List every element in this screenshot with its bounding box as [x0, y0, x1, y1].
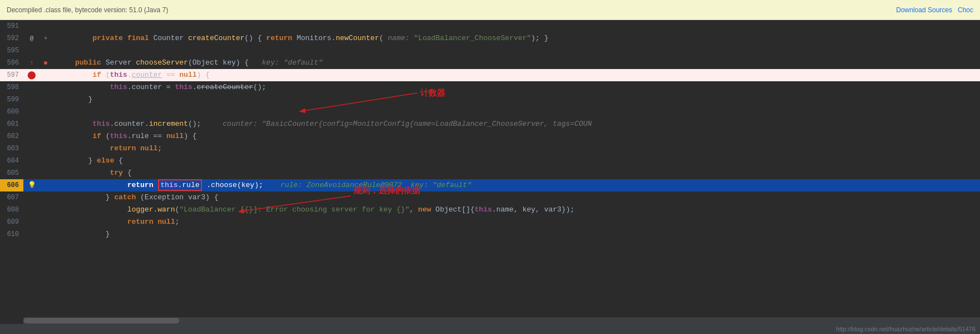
gutter2-cell: [40, 69, 51, 81]
line-number: 595: [0, 45, 23, 57]
code-line: } else {: [51, 155, 980, 167]
gutter2-cell: [40, 155, 51, 167]
gutter-icon-cell: [23, 155, 40, 167]
code-line: if (this.rule == null) {: [51, 130, 980, 143]
table-row: 605 try {: [0, 167, 980, 179]
bottom-url: http://blog.csdn.net/huazhuzhe/article/d…: [836, 326, 976, 332]
gutter-icon-cell: [23, 228, 40, 240]
choc-link[interactable]: Choc: [958, 6, 973, 14]
gutter2-cell: [40, 228, 51, 240]
gutter-icon-cell: [23, 94, 40, 106]
gutter-icon-cell: [23, 167, 40, 179]
table-row: 600: [0, 106, 980, 118]
gutter-icon-cell: [23, 45, 40, 57]
table-row: 606 💡 return this.rule .choose(key); rul…: [0, 179, 980, 191]
code-line: this.counter.increment(); counter: "Basi…: [51, 118, 980, 130]
gutter-icon-cell: [23, 191, 40, 204]
table-row: 597 ⬤ if (this.counter == null) {: [0, 69, 980, 81]
code-line: if (this.counter == null) {: [51, 69, 980, 81]
gutter-icon-cell: [23, 143, 40, 155]
gutter2-cell: [40, 179, 51, 191]
line-number: 592: [0, 32, 23, 45]
code-line: }: [51, 94, 980, 106]
line-number: 598: [0, 81, 23, 94]
table-row: 595: [0, 45, 980, 57]
table-row: 596 ↑ ● public Server chooseServer(Objec…: [0, 57, 980, 69]
line-number: 597: [0, 69, 23, 81]
line-number: 602: [0, 130, 23, 143]
table-row: 598 this.counter = this.createCounter();: [0, 81, 980, 94]
gutter2-expand[interactable]: +: [40, 32, 51, 45]
top-bar: Decompiled .class file, bytecode version…: [0, 0, 980, 20]
code-line: [51, 106, 980, 118]
line-number: 596: [0, 57, 23, 69]
gutter-icon-cell: [23, 20, 40, 32]
gutter2-cell: [40, 106, 51, 118]
gutter2-cell: [40, 191, 51, 204]
gutter2-cell: [40, 130, 51, 143]
gutter-icon-cell: [23, 118, 40, 130]
code-line: private final Counter createCounter() { …: [51, 32, 980, 45]
gutter-icon-cell: [23, 130, 40, 143]
code-line: [51, 20, 980, 32]
table-row: 608 logger.warn("LoadBalancer [{}]: Erro…: [0, 204, 980, 216]
table-row: 603 return null;: [0, 143, 980, 155]
code-line: public Server chooseServer(Object key) {…: [51, 57, 980, 69]
table-row: 602 if (this.rule == null) {: [0, 130, 980, 143]
line-number: 599: [0, 94, 23, 106]
code-line: [51, 45, 980, 57]
line-number: 609: [0, 216, 23, 228]
gutter2-cell: [40, 204, 51, 216]
gutter2-cell: [40, 45, 51, 57]
code-line: } catch (Exception var3) {: [51, 191, 980, 204]
code-table: 591 592 @ + private final Counter create…: [0, 20, 980, 240]
code-line: return null;: [51, 216, 980, 228]
table-row: 609 return null;: [0, 216, 980, 228]
gutter-icon-cell: [23, 216, 40, 228]
table-row: 591: [0, 20, 980, 32]
code-line: }: [51, 228, 980, 240]
line-number: 610: [0, 228, 23, 240]
gutter2-cell: [40, 167, 51, 179]
gutter2-cell: [40, 143, 51, 155]
gutter-icon-cell: [23, 204, 40, 216]
gutter-icon-cell: [23, 81, 40, 94]
line-number: 591: [0, 20, 23, 32]
gutter-icon-cell[interactable]: ↑: [23, 57, 40, 69]
table-row: 599 }: [0, 94, 980, 106]
code-line: return null;: [51, 143, 980, 155]
bottom-bar: http://blog.csdn.net/huazhuzhe/article/d…: [0, 324, 980, 334]
gutter2-cell: [40, 20, 51, 32]
line-number: 605: [0, 167, 23, 179]
gutter2-cell: [40, 216, 51, 228]
gutter-icon-cell: [23, 106, 40, 118]
gutter2-dot[interactable]: ●: [40, 57, 51, 69]
line-number: 607: [0, 191, 23, 204]
gutter2-cell: [40, 94, 51, 106]
line-number: 600: [0, 106, 23, 118]
line-number: 608: [0, 204, 23, 216]
scrollbar-thumb[interactable]: [23, 318, 179, 323]
line-number: 603: [0, 143, 23, 155]
table-row: 610 }: [0, 228, 980, 240]
table-row: 592 @ + private final Counter createCoun…: [0, 32, 980, 45]
line-number: 606: [0, 179, 23, 191]
code-line: return this.rule .choose(key); rule: Zon…: [51, 179, 980, 191]
download-sources-link[interactable]: Download Sources: [896, 6, 952, 14]
table-row: 607 } catch (Exception var3) {: [0, 191, 980, 204]
gutter2-cell: [40, 81, 51, 94]
table-row: 604 } else {: [0, 155, 980, 167]
code-container: 591 592 @ + private final Counter create…: [0, 20, 980, 334]
table-row: 601 this.counter.increment(); counter: "…: [0, 118, 980, 130]
gutter2-cell: [40, 118, 51, 130]
decompiled-message: Decompiled .class file, bytecode version…: [7, 6, 168, 14]
gutter-icon-cell[interactable]: @: [23, 32, 40, 45]
line-number: 601: [0, 118, 23, 130]
code-line: try {: [51, 167, 980, 179]
gutter-icon-cell[interactable]: 💡: [23, 179, 40, 191]
code-line: logger.warn("LoadBalancer [{}]: Error ch…: [51, 204, 980, 216]
horizontal-scrollbar[interactable]: [23, 317, 980, 324]
code-line: this.counter = this.createCounter();: [51, 81, 980, 94]
gutter-icon-cell[interactable]: ⬤: [23, 69, 40, 81]
line-number: 604: [0, 155, 23, 167]
